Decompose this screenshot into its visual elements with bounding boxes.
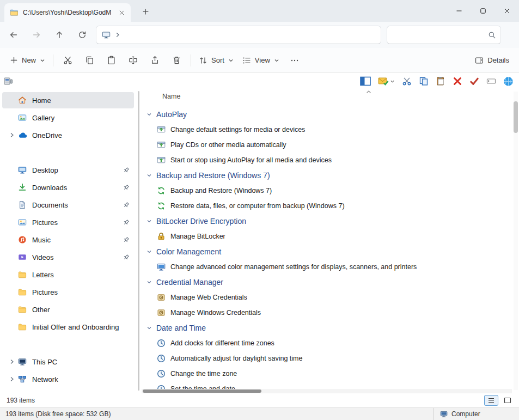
refresh-button[interactable]	[73, 26, 91, 44]
expand-chevron-icon[interactable]	[7, 376, 17, 382]
horizontal-scrollbar-thumb[interactable]	[143, 389, 261, 393]
folder-icon	[17, 305, 27, 314]
list-item[interactable]: Manage Web Credentials	[142, 290, 512, 305]
pane-splitter[interactable]	[138, 91, 139, 391]
share-button[interactable]	[144, 51, 166, 70]
pin-icon	[121, 219, 131, 226]
group-header-backup-and-restore[interactable]: Backup and Restore (Windows 7)	[142, 168, 512, 183]
group-name: Date and Time	[156, 324, 206, 332]
group-header-bitlocker[interactable]: BitLocker Drive Encryption	[142, 214, 512, 229]
paste-button[interactable]	[100, 51, 122, 70]
sidebar-item-initial-offer-and-onboarding[interactable]: Initial Offer and Onboarding	[2, 319, 134, 335]
address-bar[interactable]	[96, 26, 381, 44]
delete-x-icon[interactable]	[453, 76, 462, 86]
sidebar-item-gallery[interactable]: Gallery	[2, 109, 134, 126]
items-count: 193 items	[7, 397, 35, 404]
vertical-scrollbar[interactable]	[514, 92, 518, 390]
title-bar: C:\Users\Yoshi\Desktop\GodM	[0, 0, 519, 22]
list-item[interactable]: Backup and Restore (Windows 7)	[142, 183, 512, 198]
copy-button[interactable]	[78, 51, 100, 70]
column-header-name[interactable]: Name	[142, 89, 512, 104]
group-header-credential-manager[interactable]: Credential Manager	[142, 275, 512, 290]
list-item[interactable]: Add clocks for different time zones	[142, 336, 512, 351]
new-tab-button[interactable]	[137, 3, 154, 20]
list-item[interactable]: Restore data, files, or computer from ba…	[142, 198, 512, 214]
sidebar-item-onedrive[interactable]: OneDrive	[2, 127, 134, 143]
group-header-date-and-time[interactable]: Date and Time	[142, 320, 512, 336]
sidebar-item-desktop[interactable]: Desktop	[2, 162, 134, 178]
delete-button[interactable]	[166, 51, 187, 70]
folder-icon	[17, 288, 27, 296]
sidebar-item-network[interactable]: Network	[2, 371, 134, 387]
sidebar-item-label: Videos	[32, 253, 121, 261]
group-name: AutoPlay	[156, 110, 187, 119]
addon-toolbar	[0, 73, 519, 89]
new-button[interactable]: New	[5, 51, 50, 70]
chevron-down-icon	[146, 111, 152, 118]
pin-icon	[121, 236, 131, 244]
window-controls	[447, 0, 519, 22]
list-item[interactable]: Automatically adjust for daylight saving…	[142, 351, 512, 366]
cut-button[interactable]	[57, 51, 78, 70]
close-button[interactable]	[495, 0, 519, 22]
autoplay-icon	[157, 141, 166, 149]
sidebar-item-documents[interactable]: Documents	[2, 197, 134, 213]
preview-pane-icon[interactable]	[360, 76, 371, 86]
list-item[interactable]: Change the time zone	[142, 366, 512, 381]
expand-chevron-icon[interactable]	[7, 359, 17, 364]
sidebar-item-letters[interactable]: Letters	[2, 266, 134, 283]
vertical-scrollbar-thumb[interactable]	[514, 101, 518, 133]
sidebar-item-pictures-folder[interactable]: Pictures	[2, 284, 134, 300]
pin-icon	[121, 254, 131, 261]
horizontal-scrollbar[interactable]	[142, 389, 512, 393]
expand-chevron-icon[interactable]	[7, 132, 17, 138]
rename-field-icon[interactable]	[486, 76, 496, 86]
group-header-autoplay[interactable]: AutoPlay	[142, 107, 512, 122]
paste-colored-icon[interactable]	[436, 76, 445, 86]
mail-check-icon[interactable]	[378, 76, 395, 86]
list-item-label: Automatically adjust for daylight saving…	[170, 355, 302, 362]
back-button[interactable]	[4, 26, 23, 44]
sidebar-item-this-pc[interactable]: This PC	[2, 354, 134, 370]
list-item[interactable]: Manage BitLocker	[142, 229, 512, 244]
sidebar-item-videos[interactable]: Videos	[2, 249, 134, 265]
breadcrumb-chevron-icon	[115, 32, 120, 38]
list-item[interactable]: Start or stop using AutoPlay for all med…	[142, 153, 512, 168]
sidebar-item-label: This PC	[32, 358, 131, 366]
column-header-label: Name	[162, 93, 180, 100]
search-box[interactable]	[387, 26, 501, 44]
view-button[interactable]: View	[238, 51, 284, 70]
list-item[interactable]: Change default settings for media or dev…	[142, 122, 512, 137]
sidebar-item-label: Other	[32, 306, 131, 314]
maximize-button[interactable]	[471, 0, 495, 22]
list-item[interactable]: Manage Windows Credentials	[142, 305, 512, 320]
sort-button[interactable]: Sort	[194, 51, 238, 70]
list-item-label: Backup and Restore (Windows 7)	[170, 187, 272, 194]
large-icons-view-toggle[interactable]	[500, 395, 515, 406]
tab-close-button[interactable]	[117, 8, 126, 17]
cut-colored-icon[interactable]	[402, 76, 412, 86]
sidebar-item-home[interactable]: Home	[2, 92, 134, 108]
list-item[interactable]: Play CDs or other media automatically	[142, 137, 512, 153]
minimize-button[interactable]	[447, 0, 471, 22]
details-view-toggle[interactable]	[484, 395, 498, 406]
group-header-color-management[interactable]: Color Management	[142, 244, 512, 259]
forward-button[interactable]	[27, 26, 46, 44]
apply-check-icon[interactable]	[469, 76, 479, 86]
sidebar-item-pictures[interactable]: Pictures	[2, 214, 134, 230]
sidebar-item-other[interactable]: Other	[2, 301, 134, 318]
shell-sphere-icon[interactable]	[503, 76, 514, 87]
copy-colored-icon[interactable]	[419, 76, 429, 86]
device-icon[interactable]	[3, 76, 13, 86]
search-input[interactable]	[392, 31, 488, 39]
videos-icon	[17, 253, 27, 261]
list-item[interactable]: Change advanced color management setting…	[142, 259, 512, 275]
rename-button[interactable]	[122, 51, 144, 70]
list-item-label: Add clocks for different time zones	[170, 339, 274, 347]
explorer-tab[interactable]: C:\Users\Yoshi\Desktop\GodM	[4, 3, 131, 22]
up-button[interactable]	[50, 26, 69, 44]
more-options-button[interactable]	[284, 51, 306, 70]
sidebar-item-music[interactable]: Music	[2, 232, 134, 248]
sidebar-item-downloads[interactable]: Downloads	[2, 179, 134, 196]
details-pane-button[interactable]: Details	[471, 51, 514, 70]
